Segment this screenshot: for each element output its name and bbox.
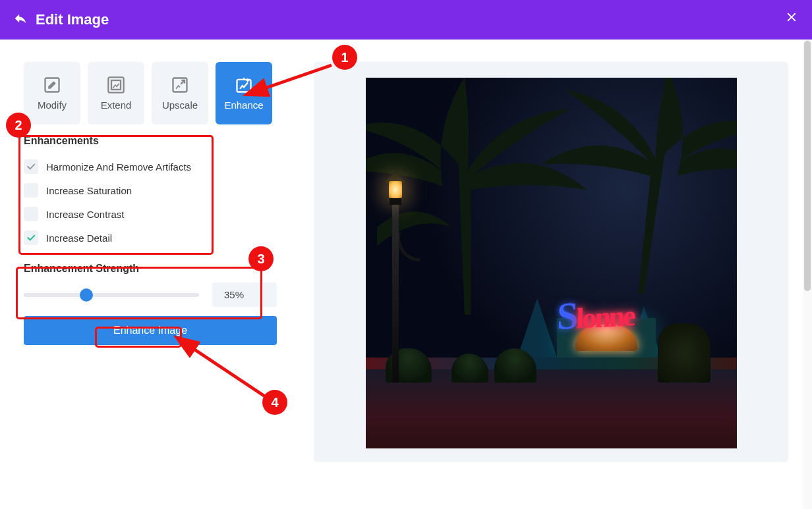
tab-label: Modify [38, 99, 67, 111]
scrollbar-thumb[interactable] [804, 41, 811, 291]
arrow-4 [185, 342, 270, 404]
section-title: Enhancement Strength [24, 263, 277, 275]
tab-label: Extend [101, 99, 132, 111]
checkbox[interactable] [24, 183, 38, 198]
slider-thumb[interactable] [80, 288, 93, 302]
tabs: Modify Extend Upscale Enhance [24, 62, 277, 124]
callout-2: 2 [6, 113, 31, 138]
tab-upscale[interactable]: Upscale [152, 62, 208, 124]
main-content: Modify Extend Upscale Enhance Enhancemen… [0, 40, 812, 485]
section-title: Enhancements [24, 135, 277, 147]
slider-row: 35% [24, 282, 277, 307]
scrollbar[interactable] [803, 40, 812, 509]
svg-line-5 [261, 65, 332, 90]
svg-line-6 [190, 346, 265, 396]
enhancements-section: Enhancements Harmonize And Remove Artifa… [24, 135, 277, 250]
header: Edit Image [0, 0, 812, 40]
tab-label: Enhance [224, 99, 263, 111]
strength-value: 35% [212, 282, 277, 307]
checkbox-row-harmonize: Harmonize And Remove Artifacts [24, 155, 277, 178]
arrow-1 [256, 62, 335, 97]
tab-modify[interactable]: Modify [24, 62, 80, 124]
checkbox[interactable] [24, 207, 38, 221]
strength-section: Enhancement Strength 35% [24, 263, 277, 307]
page-title: Edit Image [36, 11, 109, 28]
callout-4: 4 [262, 390, 287, 415]
close-icon[interactable] [784, 10, 799, 27]
callout-3: 3 [248, 246, 274, 271]
checkbox-label: Increase Detail [46, 232, 112, 244]
tab-label: Upscale [162, 99, 198, 111]
checkbox-row-saturation: Increase Saturation [24, 178, 277, 202]
tab-extend[interactable]: Extend [88, 62, 144, 124]
preview-image: Slonne [366, 78, 737, 448]
checkbox-label: Harmonize And Remove Artifacts [46, 161, 191, 173]
strength-slider[interactable] [24, 293, 199, 297]
enhance-image-button[interactable]: Enhance Image [24, 316, 277, 345]
checkbox-row-contrast: Increase Contrast [24, 202, 277, 226]
checkbox-label: Increase Saturation [46, 185, 132, 196]
checkbox-row-detail: Increase Detail [24, 226, 277, 250]
preview-area: Slonne [314, 62, 788, 462]
neon-sign: Slonne [556, 290, 634, 338]
back-arrow-icon[interactable] [13, 11, 28, 28]
callout-1: 1 [332, 45, 357, 70]
checkbox-label: Increase Contrast [46, 209, 124, 220]
checkbox[interactable] [24, 159, 38, 174]
checkbox[interactable] [24, 230, 38, 245]
svg-rect-4 [237, 80, 251, 92]
